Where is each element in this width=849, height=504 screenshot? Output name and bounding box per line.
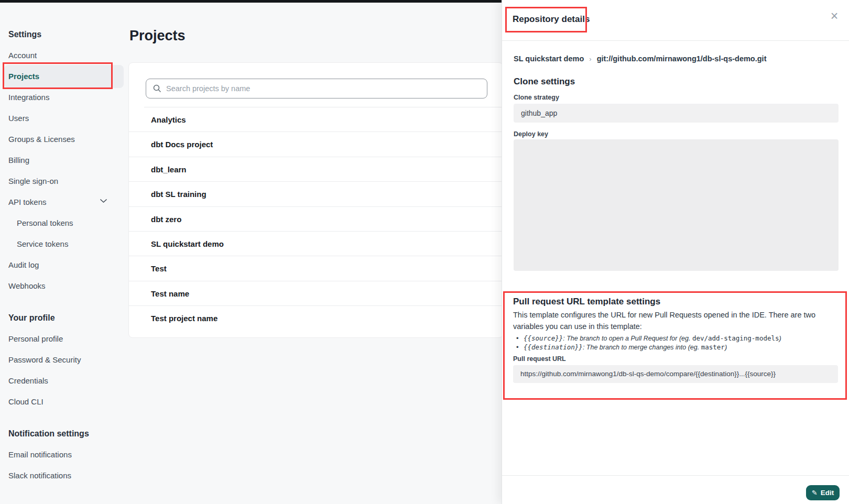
- sidebar-item-label: Projects: [8, 72, 39, 81]
- sidebar-item-single-sign-on[interactable]: Single sign-on: [0, 171, 128, 192]
- sidebar-section-header: Your profile: [0, 308, 128, 328]
- pencil-icon: ✎: [812, 489, 818, 497]
- project-row-dbt-sl-training[interactable]: dbt SL training: [129, 182, 503, 206]
- sidebar-item-api-tokens[interactable]: API tokens: [0, 192, 128, 213]
- sidebar-item-label: Audit log: [8, 260, 39, 269]
- sidebar-item-password-security[interactable]: Password & Security: [0, 349, 128, 370]
- pull-request-settings-heading: Pull request URL template settings: [513, 296, 837, 308]
- page-title: Projects: [129, 27, 186, 44]
- sidebar-item-label: Integrations: [8, 93, 49, 102]
- project-list: Analyticsdbt Docs projectdbt_learndbt SL…: [129, 107, 503, 331]
- deploy-key-field: [514, 139, 839, 271]
- drawer-title: Repository details: [513, 14, 590, 25]
- variable-example: master: [701, 343, 725, 351]
- sidebar-item-personal-profile[interactable]: Personal profile: [0, 328, 128, 349]
- sidebar-item-account[interactable]: Account: [0, 45, 128, 66]
- breadcrumb: SL quickstart demo › git://github.com/mi…: [514, 54, 766, 63]
- sidebar-section-header: Settings: [0, 24, 128, 45]
- pull-request-url-field: https://github.com/mirnawong1/db-sl-qs-d…: [513, 365, 838, 383]
- breadcrumb-project: SL quickstart demo: [514, 54, 584, 63]
- variable-bullet: {{source}}: The branch to open a Pull Re…: [513, 334, 837, 343]
- sidebar-item-label: Webhooks: [8, 281, 46, 290]
- sidebar-item-projects[interactable]: Projects: [0, 66, 128, 87]
- chevron-down-icon[interactable]: [100, 199, 107, 203]
- sidebar-item-billing[interactable]: Billing: [0, 150, 128, 171]
- project-row-analytics[interactable]: Analytics: [129, 107, 503, 132]
- breadcrumb-repo-url: git://github.com/mirnawong1/db-sl-qs-dem…: [597, 54, 767, 63]
- project-row-test-project-name[interactable]: Test project name: [129, 306, 503, 331]
- project-row-test[interactable]: Test: [129, 256, 503, 281]
- sidebar-item-credentials[interactable]: Credentials: [0, 370, 128, 391]
- sidebar-item-users[interactable]: Users: [0, 108, 128, 129]
- variable-suffix: ): [725, 344, 727, 351]
- sidebar: SettingsAccountProjectsIntegrationsUsers…: [0, 3, 128, 497]
- sidebar-item-groups-licenses[interactable]: Groups & Licenses: [0, 129, 128, 150]
- search-icon: [153, 84, 161, 93]
- sidebar-section-settings: SettingsAccountProjectsIntegrationsUsers…: [0, 24, 128, 297]
- sidebar-item-label: Email notifications: [8, 450, 72, 459]
- variable-name: {{destination}}: [524, 343, 583, 351]
- edit-button-label: Edit: [821, 489, 834, 497]
- project-row-dbt-learn[interactable]: dbt_learn: [129, 157, 503, 182]
- project-row-dbt-zero[interactable]: dbt zero: [129, 207, 503, 232]
- pull-request-url-label: Pull request URL: [513, 355, 837, 363]
- sidebar-item-label: Personal tokens: [17, 218, 73, 227]
- sidebar-section-notification-settings: Notification settingsEmail notifications…: [0, 423, 128, 486]
- sidebar-item-webhooks[interactable]: Webhooks: [0, 276, 128, 297]
- divider: [502, 40, 849, 41]
- edit-button[interactable]: ✎ Edit: [806, 485, 840, 500]
- sidebar-item-label: Billing: [8, 156, 29, 165]
- sidebar-item-label: Slack notifications: [8, 471, 71, 480]
- deploy-key-label: Deploy key: [514, 130, 548, 138]
- sidebar-section-your-profile: Your profilePersonal profilePassword & S…: [0, 308, 128, 412]
- sidebar-item-service-tokens[interactable]: Service tokens: [0, 234, 128, 255]
- sidebar-item-slack-notifications[interactable]: Slack notifications: [0, 465, 128, 486]
- projects-card: Analyticsdbt Docs projectdbt_learndbt SL…: [128, 62, 503, 338]
- close-icon[interactable]: ×: [826, 7, 843, 24]
- variable-suffix: ): [779, 335, 781, 342]
- sidebar-item-label: API tokens: [8, 198, 47, 206]
- sidebar-item-label: Groups & Licenses: [8, 135, 75, 144]
- variable-example: dev/add-staging-models: [692, 334, 779, 342]
- project-row-sl-quickstart-demo[interactable]: SL quickstart demo: [129, 232, 503, 256]
- sidebar-item-label: Personal profile: [8, 334, 63, 343]
- variable-description: : The branch to open a Pull Request for …: [563, 335, 692, 342]
- sidebar-section-header: Notification settings: [0, 423, 128, 444]
- chevron-right-icon: ›: [589, 55, 591, 63]
- variable-description: : The branch to merge changes into (eg.: [583, 344, 701, 351]
- variable-bullet: {{destination}}: The branch to merge cha…: [513, 343, 837, 352]
- project-row-test-name[interactable]: Test name: [129, 281, 503, 306]
- pull-request-variables-list: {{source}}: The branch to open a Pull Re…: [513, 334, 837, 352]
- annotation-box-pull-request-settings: Pull request URL template settings This …: [503, 291, 847, 400]
- pull-request-description: This template configures the URL for new…: [513, 310, 836, 332]
- sidebar-item-label: Account: [8, 51, 37, 60]
- search-input[interactable]: [146, 79, 487, 98]
- repository-details-drawer: Repository details × SL quickstart demo …: [502, 0, 849, 504]
- sidebar-item-label: Single sign-on: [8, 177, 58, 185]
- sidebar-item-label: Credentials: [8, 376, 48, 385]
- sidebar-item-label: Users: [8, 114, 29, 123]
- sidebar-item-label: Service tokens: [17, 239, 68, 248]
- sidebar-item-label: Cloud CLI: [8, 397, 43, 406]
- sidebar-item-personal-tokens[interactable]: Personal tokens: [0, 213, 128, 234]
- sidebar-item-label: Password & Security: [8, 355, 81, 364]
- search-box: [146, 79, 487, 98]
- variable-name: {{source}}: [524, 334, 563, 342]
- project-row-dbt-docs-project[interactable]: dbt Docs project: [129, 132, 503, 157]
- sidebar-item-cloud-cli[interactable]: Cloud CLI: [0, 391, 128, 412]
- sidebar-item-audit-log[interactable]: Audit log: [0, 255, 128, 276]
- sidebar-item-email-notifications[interactable]: Email notifications: [0, 444, 128, 465]
- sidebar-item-integrations[interactable]: Integrations: [0, 87, 128, 108]
- clone-settings-heading: Clone settings: [514, 76, 575, 87]
- clone-strategy-field: github_app: [514, 104, 839, 123]
- divider: [502, 475, 849, 476]
- clone-strategy-label: Clone strategy: [514, 94, 559, 101]
